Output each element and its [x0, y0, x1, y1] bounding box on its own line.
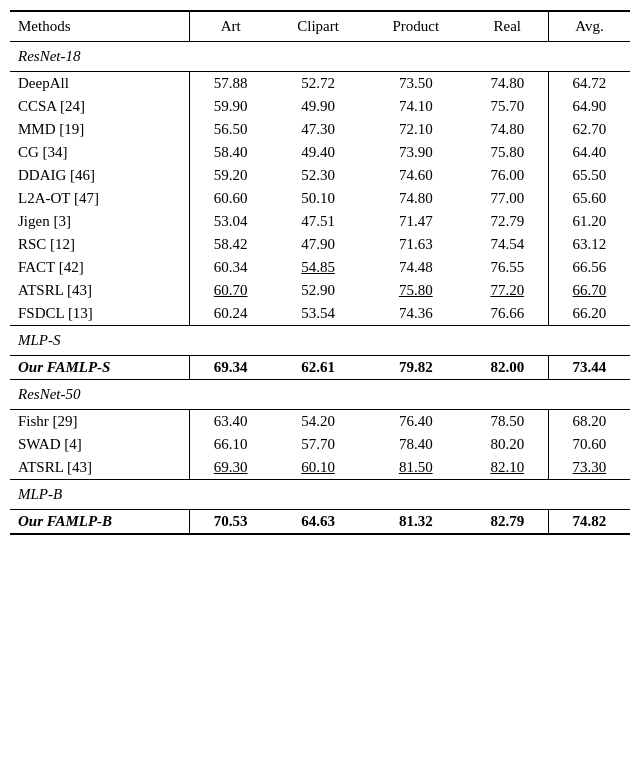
cell-avg: 70.60	[548, 433, 630, 456]
table-row: DeepAll57.8852.7273.5074.8064.72	[10, 72, 630, 96]
cell-method: MMD [19]	[10, 118, 190, 141]
col-real: Real	[467, 11, 549, 42]
cell-clipart: 47.90	[271, 233, 365, 256]
cell-product: 78.40	[365, 433, 467, 456]
cell-method: ATSRL [43]	[10, 279, 190, 302]
table-row: DDAIG [46]59.2052.3074.6076.0065.50	[10, 164, 630, 187]
table-container: Methods Art Clipart Product Real Avg. Re…	[10, 10, 630, 535]
cell-method: Fishr [29]	[10, 410, 190, 434]
cell-real: 76.55	[467, 256, 549, 279]
cell-avg: 74.82	[548, 510, 630, 535]
cell-real: 76.00	[467, 164, 549, 187]
cell-clipart: 57.70	[271, 433, 365, 456]
cell-product: 73.90	[365, 141, 467, 164]
table-row: Our FAMLP-S69.3462.6179.8282.0073.44	[10, 356, 630, 380]
cell-real: 77.20	[467, 279, 549, 302]
section-title-1: MLP-S	[10, 326, 630, 356]
cell-clipart: 47.51	[271, 210, 365, 233]
cell-art: 70.53	[190, 510, 272, 535]
cell-clipart: 54.85	[271, 256, 365, 279]
section-header-0: ResNet-18	[10, 42, 630, 72]
cell-product: 71.63	[365, 233, 467, 256]
cell-product: 74.36	[365, 302, 467, 326]
cell-real: 74.54	[467, 233, 549, 256]
cell-product: 75.80	[365, 279, 467, 302]
table-row: MMD [19]56.5047.3072.1074.8062.70	[10, 118, 630, 141]
table-row: ATSRL [43]60.7052.9075.8077.2066.70	[10, 279, 630, 302]
cell-clipart: 49.90	[271, 95, 365, 118]
table-row: SWAD [4]66.1057.7078.4080.2070.60	[10, 433, 630, 456]
cell-art: 69.30	[190, 456, 272, 480]
table-row: RSC [12]58.4247.9071.6374.5463.12	[10, 233, 630, 256]
col-art: Art	[190, 11, 272, 42]
cell-art: 59.90	[190, 95, 272, 118]
cell-method: Our FAMLP-S	[10, 356, 190, 380]
cell-avg: 73.30	[548, 456, 630, 480]
cell-real: 75.80	[467, 141, 549, 164]
section-header-1: MLP-S	[10, 326, 630, 356]
cell-avg: 66.70	[548, 279, 630, 302]
table-row: ATSRL [43]69.3060.1081.5082.1073.30	[10, 456, 630, 480]
cell-avg: 66.56	[548, 256, 630, 279]
cell-art: 58.42	[190, 233, 272, 256]
cell-art: 53.04	[190, 210, 272, 233]
cell-clipart: 54.20	[271, 410, 365, 434]
cell-clipart: 52.72	[271, 72, 365, 96]
cell-product: 74.10	[365, 95, 467, 118]
cell-method: ATSRL [43]	[10, 456, 190, 480]
cell-clipart: 47.30	[271, 118, 365, 141]
section-title-3: MLP-B	[10, 480, 630, 510]
cell-art: 69.34	[190, 356, 272, 380]
cell-real: 74.80	[467, 72, 549, 96]
cell-clipart: 64.63	[271, 510, 365, 535]
table-row: CCSA [24]59.9049.9074.1075.7064.90	[10, 95, 630, 118]
cell-clipart: 62.61	[271, 356, 365, 380]
cell-avg: 73.44	[548, 356, 630, 380]
cell-method: CG [34]	[10, 141, 190, 164]
cell-real: 75.70	[467, 95, 549, 118]
cell-avg: 64.40	[548, 141, 630, 164]
cell-art: 60.60	[190, 187, 272, 210]
cell-real: 82.10	[467, 456, 549, 480]
cell-product: 79.82	[365, 356, 467, 380]
cell-real: 82.79	[467, 510, 549, 535]
table-header-row: Methods Art Clipart Product Real Avg.	[10, 11, 630, 42]
cell-art: 58.40	[190, 141, 272, 164]
cell-avg: 68.20	[548, 410, 630, 434]
cell-product: 74.80	[365, 187, 467, 210]
cell-art: 66.10	[190, 433, 272, 456]
cell-method: Our FAMLP-B	[10, 510, 190, 535]
cell-method: FSDCL [13]	[10, 302, 190, 326]
col-product: Product	[365, 11, 467, 42]
cell-product: 71.47	[365, 210, 467, 233]
cell-clipart: 50.10	[271, 187, 365, 210]
cell-product: 73.50	[365, 72, 467, 96]
cell-method: Jigen [3]	[10, 210, 190, 233]
section-title-2: ResNet-50	[10, 380, 630, 410]
cell-avg: 66.20	[548, 302, 630, 326]
cell-method: FACT [42]	[10, 256, 190, 279]
table-row: Jigen [3]53.0447.5171.4772.7961.20	[10, 210, 630, 233]
cell-method: DeepAll	[10, 72, 190, 96]
cell-avg: 62.70	[548, 118, 630, 141]
cell-method: SWAD [4]	[10, 433, 190, 456]
cell-clipart: 52.90	[271, 279, 365, 302]
cell-method: L2A-OT [47]	[10, 187, 190, 210]
col-methods: Methods	[10, 11, 190, 42]
cell-method: DDAIG [46]	[10, 164, 190, 187]
cell-art: 60.70	[190, 279, 272, 302]
table-row: L2A-OT [47]60.6050.1074.8077.0065.60	[10, 187, 630, 210]
col-clipart: Clipart	[271, 11, 365, 42]
cell-real: 78.50	[467, 410, 549, 434]
cell-product: 81.32	[365, 510, 467, 535]
cell-method: RSC [12]	[10, 233, 190, 256]
section-title-0: ResNet-18	[10, 42, 630, 72]
cell-avg: 65.60	[548, 187, 630, 210]
table-row: Our FAMLP-B70.5364.6381.3282.7974.82	[10, 510, 630, 535]
cell-art: 63.40	[190, 410, 272, 434]
cell-product: 74.48	[365, 256, 467, 279]
table-row: Fishr [29]63.4054.2076.4078.5068.20	[10, 410, 630, 434]
section-header-3: MLP-B	[10, 480, 630, 510]
cell-art: 57.88	[190, 72, 272, 96]
col-avg: Avg.	[548, 11, 630, 42]
